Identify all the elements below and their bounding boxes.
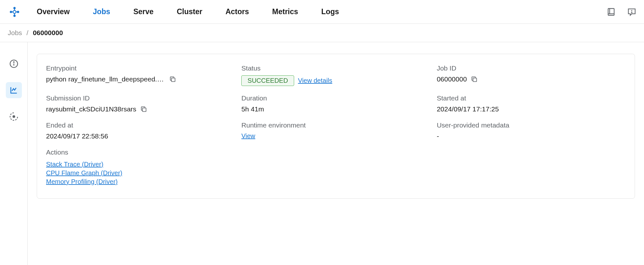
started-at-value: 2024/09/17 17:17:25: [437, 105, 499, 113]
breadcrumb-parent[interactable]: Jobs: [8, 29, 22, 36]
actions-label: Actions: [46, 148, 235, 156]
job-details-card: Entrypoint python ray_finetune_llm_deeps…: [37, 54, 635, 199]
field-entrypoint: Entrypoint python ray_finetune_llm_deeps…: [46, 64, 235, 86]
status-badge: SUCCEEDED: [241, 75, 294, 86]
side-rail: [0, 42, 28, 265]
docs-icon[interactable]: [607, 7, 616, 16]
svg-rect-16: [171, 78, 175, 81]
svg-point-14: [13, 62, 14, 62]
rail-info-icon[interactable]: [6, 56, 22, 72]
field-runtime-env: Runtime environment View: [241, 121, 430, 140]
nav-tab-cluster[interactable]: Cluster: [177, 7, 202, 16]
svg-point-11: [631, 12, 632, 13]
duration-label: Duration: [241, 94, 430, 102]
field-job-id: Job ID 06000000: [437, 64, 626, 86]
entrypoint-value: python ray_finetune_llm_deepspeed.py --…: [46, 75, 165, 83]
field-duration: Duration 5h 41m: [241, 94, 430, 113]
nav-tab-jobs[interactable]: Jobs: [93, 7, 110, 16]
svg-rect-9: [608, 8, 614, 15]
rail-target-icon[interactable]: [6, 109, 22, 125]
memory-profiling-link[interactable]: Memory Profiling (Driver): [46, 178, 235, 185]
breadcrumb-separator: /: [26, 29, 28, 36]
svg-point-15: [13, 116, 15, 118]
field-started-at: Started at 2024/09/17 17:17:25: [437, 94, 626, 113]
copy-icon[interactable]: [140, 106, 147, 113]
status-label: Status: [241, 64, 430, 72]
user-metadata-label: User-provided metadata: [437, 121, 626, 129]
svg-point-0: [10, 11, 12, 13]
runtime-env-label: Runtime environment: [241, 121, 430, 129]
view-details-link[interactable]: View details: [298, 77, 332, 84]
svg-point-3: [14, 7, 16, 9]
user-metadata-value: -: [437, 132, 439, 140]
stack-trace-link[interactable]: Stack Trace (Driver): [46, 161, 235, 168]
field-submission-id: Submission ID raysubmit_ckSDciU1N38rsars: [46, 94, 235, 113]
nav-tab-logs[interactable]: Logs: [321, 7, 339, 16]
nav-tabs: Overview Jobs Serve Cluster Actors Metri…: [37, 7, 607, 16]
breadcrumb: Jobs / 06000000: [0, 24, 644, 42]
submission-id-value: raysubmit_ckSDciU1N38rsars: [46, 105, 136, 113]
nav-tab-metrics[interactable]: Metrics: [272, 7, 298, 16]
started-at-label: Started at: [437, 94, 626, 102]
nav-tab-serve[interactable]: Serve: [133, 7, 154, 16]
content-area: Entrypoint python ray_finetune_llm_deeps…: [28, 42, 644, 265]
copy-icon[interactable]: [169, 76, 176, 83]
copy-icon[interactable]: [471, 76, 478, 83]
nav-right: [607, 7, 636, 16]
feedback-icon[interactable]: [627, 7, 636, 16]
rail-chart-icon[interactable]: [6, 82, 22, 98]
svg-rect-17: [473, 78, 476, 81]
job-id-value: 06000000: [437, 75, 467, 83]
field-user-metadata: User-provided metadata -: [437, 121, 626, 140]
field-status: Status SUCCEEDED View details: [241, 64, 430, 86]
submission-id-label: Submission ID: [46, 94, 235, 102]
job-id-label: Job ID: [437, 64, 626, 72]
ended-at-label: Ended at: [46, 121, 235, 129]
entrypoint-label: Entrypoint: [46, 64, 235, 72]
breadcrumb-current: 06000000: [33, 29, 63, 36]
ended-at-value: 2024/09/17 22:58:56: [46, 132, 108, 140]
cpu-flame-graph-link[interactable]: CPU Flame Graph (Driver): [46, 169, 235, 177]
field-ended-at: Ended at 2024/09/17 22:58:56: [46, 121, 235, 140]
svg-point-4: [14, 14, 16, 17]
field-actions: Actions Stack Trace (Driver) CPU Flame G…: [46, 148, 235, 185]
main-area: Entrypoint python ray_finetune_llm_deeps…: [0, 42, 644, 265]
svg-point-1: [13, 10, 16, 13]
nav-tab-actors[interactable]: Actors: [226, 7, 249, 16]
svg-rect-18: [142, 108, 146, 111]
top-nav: Overview Jobs Serve Cluster Actors Metri…: [0, 0, 644, 24]
nav-tab-overview[interactable]: Overview: [37, 7, 70, 16]
duration-value: 5h 41m: [241, 105, 264, 113]
ray-logo[interactable]: [8, 5, 21, 19]
svg-point-2: [17, 11, 19, 13]
runtime-env-view-link[interactable]: View: [241, 132, 255, 140]
